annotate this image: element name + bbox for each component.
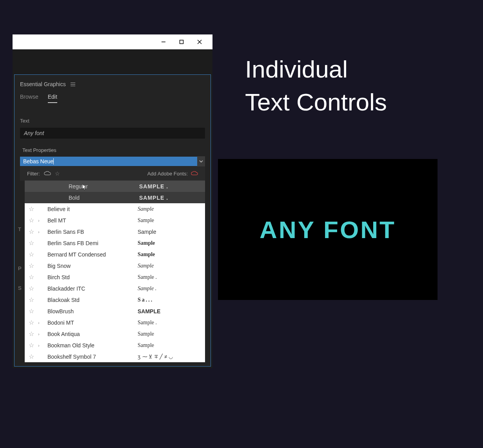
add-adobe-fonts-label: Add Adobe Fonts: xyxy=(147,171,188,177)
font-name-label: BlowBrush xyxy=(47,308,138,314)
font-name-label: Bookshelf Symbol 7 xyxy=(47,354,138,360)
font-name-label: Bernard MT Condensed xyxy=(47,251,138,258)
mouse-cursor-icon xyxy=(82,184,87,192)
font-sample-preview: Sample xyxy=(138,206,201,212)
font-item[interactable]: ☆›Bodoni MTSample . xyxy=(25,317,205,328)
favorite-star-icon[interactable]: ☆ xyxy=(29,262,38,269)
favorites-filter-icon[interactable]: ☆ xyxy=(55,170,60,177)
font-item[interactable]: ☆›Birch StdSample . xyxy=(25,271,205,283)
font-style-regular[interactable]: Regular SAMPLE . xyxy=(25,181,205,192)
font-item[interactable]: ☆›Bell MTSample xyxy=(25,215,205,226)
font-sample-preview: Sample xyxy=(138,251,201,258)
favorite-star-icon[interactable]: ☆ xyxy=(29,285,38,292)
favorite-star-icon[interactable]: ☆ xyxy=(29,239,38,247)
creative-cloud-filter-icon[interactable] xyxy=(44,171,51,176)
tab-browse[interactable]: Browse xyxy=(20,94,38,103)
minimize-button[interactable] xyxy=(154,36,172,48)
font-sample-preview: Sample . xyxy=(138,285,201,292)
font-sample-preview: ʒ ⁓ ⊻ ∓ ╱ ≠ ◡ xyxy=(138,354,201,359)
expand-chevron-icon[interactable]: › xyxy=(38,229,47,234)
font-name-label: Berlin Sans FB xyxy=(47,229,138,235)
font-dropdown: Regular SAMPLE . Bold SAMPLE . ☆›Believe… xyxy=(25,181,205,362)
favorite-star-icon[interactable]: ☆ xyxy=(29,217,38,224)
favorite-star-icon[interactable]: ☆ xyxy=(29,205,38,213)
svg-rect-1 xyxy=(180,40,183,44)
font-name-label: Birch Std xyxy=(47,274,138,280)
expand-chevron-icon[interactable]: › xyxy=(38,343,47,348)
titlebar xyxy=(13,34,212,49)
font-item[interactable]: ☆›Bookman Old StyleSample xyxy=(25,340,205,351)
font-item[interactable]: ☆›Blackadder ITCSample . xyxy=(25,283,205,294)
font-item[interactable]: ☆›Bookshelf Symbol 7ʒ ⁓ ⊻ ∓ ╱ ≠ ◡ xyxy=(25,351,205,362)
favorite-star-icon[interactable]: ☆ xyxy=(29,341,38,349)
font-item[interactable]: ☆›Berlin Sans FBSample xyxy=(25,226,205,237)
panel-menu-icon[interactable] xyxy=(71,83,75,86)
tab-edit[interactable]: Edit xyxy=(48,94,57,103)
add-adobe-fonts-icon[interactable] xyxy=(191,171,198,176)
expand-chevron-icon[interactable]: › xyxy=(38,332,47,336)
essential-graphics-panel: Essential Graphics Browse Edit Text Any … xyxy=(14,74,211,367)
font-list[interactable]: ☆›Believe itSample☆›Bell MTSample☆›Berli… xyxy=(25,203,205,362)
font-sample-preview: SAMPLE xyxy=(138,308,201,314)
font-name-label: Bell MT xyxy=(47,217,138,224)
panel-title: Essential Graphics xyxy=(20,81,66,87)
font-item[interactable]: ☆›Blackoak StdSa... xyxy=(25,294,205,305)
font-sample-preview: Sample xyxy=(138,217,201,224)
left-hint-s: S xyxy=(18,285,22,291)
font-sample-preview: Sample xyxy=(138,229,201,235)
font-name-label: Blackoak Std xyxy=(47,297,138,303)
font-sample-preview: Sample xyxy=(138,331,201,337)
text-layer-name[interactable]: Any font xyxy=(20,128,205,139)
favorite-star-icon[interactable]: ☆ xyxy=(29,228,38,235)
text-properties-label: Text Properties xyxy=(15,143,211,156)
font-name-label: Blackadder ITC xyxy=(47,285,138,292)
favorite-star-icon[interactable]: ☆ xyxy=(29,353,38,360)
font-item[interactable]: ☆›Big SnowSample xyxy=(25,260,205,271)
font-dropdown-toggle[interactable] xyxy=(197,156,205,166)
font-item[interactable]: ☆›BlowBrushSAMPLE xyxy=(25,305,205,317)
font-name-label: Bodoni MT xyxy=(47,320,138,326)
font-sample-preview: Sample xyxy=(138,342,201,349)
font-name-label: Big Snow xyxy=(47,263,138,269)
expand-chevron-icon[interactable]: › xyxy=(38,218,47,223)
maximize-button[interactable] xyxy=(172,36,191,48)
left-hint-t: T xyxy=(18,226,21,232)
heading-line1: Individual xyxy=(245,53,387,86)
font-sample-preview: Sa... xyxy=(138,297,201,303)
font-family-input[interactable]: Bebas Neue xyxy=(20,157,197,166)
font-sample-preview: Sample . xyxy=(138,274,201,280)
text-section-label: Text xyxy=(15,111,211,126)
font-item[interactable]: ☆›Bernard MT CondensedSample xyxy=(25,249,205,260)
expand-chevron-icon[interactable]: › xyxy=(38,320,47,325)
favorite-star-icon[interactable]: ☆ xyxy=(29,273,38,281)
font-filter-row: Filter: ☆ Add Adobe Fonts: xyxy=(20,166,205,181)
app-window: Essential Graphics Browse Edit Text Any … xyxy=(13,34,212,368)
page-heading: Individual Text Controls xyxy=(245,53,387,118)
favorite-star-icon[interactable]: ☆ xyxy=(29,251,38,258)
heading-line2: Text Controls xyxy=(245,86,387,119)
font-sample-preview: Sample . xyxy=(138,320,201,326)
font-name-label: Believe it xyxy=(47,206,138,212)
font-style-bold[interactable]: Bold SAMPLE . xyxy=(25,192,205,203)
font-item[interactable]: ☆›Berlin Sans FB DemiSample xyxy=(25,237,205,249)
preview-viewport: ANY FONT xyxy=(218,159,438,300)
favorite-star-icon[interactable]: ☆ xyxy=(29,307,38,315)
close-button[interactable] xyxy=(191,36,209,48)
font-item[interactable]: ☆›Believe itSample xyxy=(25,203,205,215)
favorite-star-icon[interactable]: ☆ xyxy=(29,319,38,326)
font-item[interactable]: ☆›Book AntiquaSample xyxy=(25,328,205,340)
preview-text: ANY FONT xyxy=(260,216,396,244)
font-name-label: Book Antiqua xyxy=(47,331,138,337)
filter-label: Filter: xyxy=(27,171,40,177)
font-name-label: Berlin Sans FB Demi xyxy=(47,240,138,246)
favorite-star-icon[interactable]: ☆ xyxy=(29,330,38,338)
favorite-star-icon[interactable]: ☆ xyxy=(29,296,38,303)
font-sample-preview: Sample xyxy=(138,240,201,246)
font-name-label: Bookman Old Style xyxy=(47,342,138,349)
font-sample-preview: Sample xyxy=(138,263,201,269)
left-hint-p: P xyxy=(18,266,22,271)
